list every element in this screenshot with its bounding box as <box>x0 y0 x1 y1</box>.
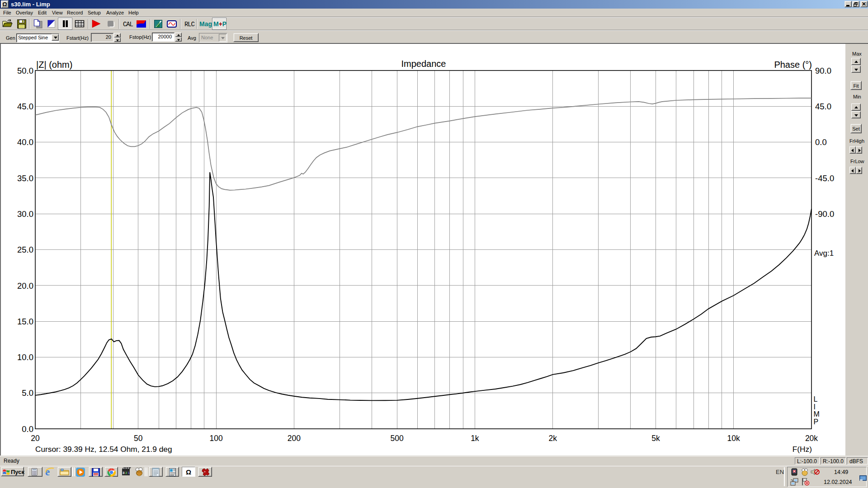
svg-text:-45.0: -45.0 <box>815 174 834 183</box>
svg-text:100: 100 <box>209 434 222 443</box>
svg-text:45.0: 45.0 <box>815 102 831 111</box>
svg-text:I: I <box>814 403 816 411</box>
svg-text:25.0: 25.0 <box>17 245 33 254</box>
svg-text:1k: 1k <box>471 434 479 443</box>
svg-text:15.0: 15.0 <box>17 317 33 326</box>
svg-text:35.0: 35.0 <box>17 174 33 183</box>
svg-text:45.0: 45.0 <box>17 102 33 111</box>
svg-text:30.0: 30.0 <box>17 209 33 219</box>
svg-text:F(Hz): F(Hz) <box>793 445 812 454</box>
svg-text:-90.0: -90.0 <box>815 209 834 219</box>
svg-text:5k: 5k <box>651 434 660 443</box>
svg-text:10.0: 10.0 <box>17 352 33 362</box>
svg-text:0.0: 0.0 <box>22 424 33 434</box>
svg-text:90.0: 90.0 <box>815 66 831 75</box>
svg-text:2: 2 <box>125 471 127 475</box>
svg-text:2k: 2k <box>548 434 557 443</box>
svg-text:1: 1 <box>128 471 130 475</box>
svg-text:20.0: 20.0 <box>17 281 33 291</box>
svg-text:50.0: 50.0 <box>17 66 33 75</box>
svg-text:Phase (°): Phase (°) <box>774 60 812 70</box>
svg-text:40.0: 40.0 <box>17 137 33 147</box>
svg-text:|Z| (ohm): |Z| (ohm) <box>36 60 72 70</box>
svg-text:Avg:1: Avg:1 <box>814 249 834 258</box>
svg-text:200: 200 <box>288 434 301 443</box>
svg-text:3: 3 <box>123 471 125 475</box>
svg-text:5.0: 5.0 <box>22 388 33 398</box>
svg-text:0.0: 0.0 <box>815 137 827 147</box>
svg-text:20k: 20k <box>805 434 818 443</box>
svg-text:Cursor: 39.39 Hz, 12.54 Ohm, 2: Cursor: 39.39 Hz, 12.54 Ohm, 21.9 deg <box>35 445 172 454</box>
svg-text:M: M <box>814 410 820 418</box>
svg-text:500: 500 <box>390 434 403 443</box>
svg-text:20: 20 <box>31 434 40 443</box>
svg-text:50: 50 <box>134 434 143 443</box>
svg-text:L: L <box>814 395 818 403</box>
svg-text:10k: 10k <box>727 434 740 443</box>
svg-text:Impedance: Impedance <box>401 59 446 69</box>
svg-text:P: P <box>814 418 819 426</box>
